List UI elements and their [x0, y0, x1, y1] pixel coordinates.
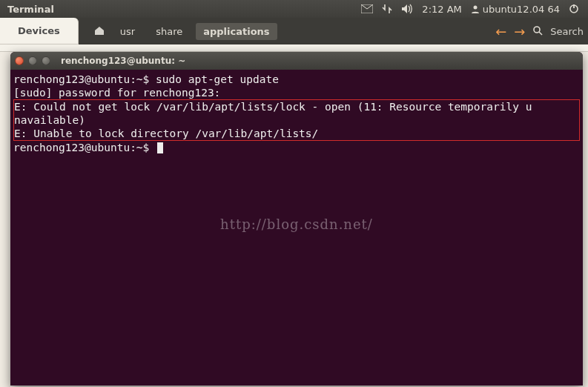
devices-tab[interactable]: Devices [0, 18, 79, 44]
crumb-share[interactable]: share [148, 23, 190, 40]
top-panel: Terminal 2:12 AM ubuntu12.04 64 [0, 0, 588, 18]
terminal-body[interactable]: renchong123@ubuntu:~$ sudo apt-get updat… [10, 70, 583, 386]
network-icon[interactable] [382, 4, 392, 14]
volume-icon[interactable] [401, 4, 413, 14]
window-close-button[interactable] [15, 56, 24, 65]
terminal-line: renchong123@ubuntu:~$ sudo apt-get updat… [13, 73, 580, 86]
terminal-error-line: E: Unable to lock directory /var/lib/apt… [14, 127, 579, 140]
search-icon[interactable] [532, 25, 543, 38]
terminal-error-line: E: Could not get lock /var/lib/apt/lists… [14, 100, 579, 113]
svg-point-2 [534, 27, 540, 33]
user-menu[interactable]: ubuntu12.04 64 [471, 4, 560, 15]
svg-point-0 [473, 6, 477, 10]
file-manager-body-peek [0, 44, 588, 52]
search-label[interactable]: Search [550, 26, 584, 37]
error-highlight-box: E: Could not get lock /var/lib/apt/lists… [13, 99, 580, 141]
power-icon[interactable] [569, 4, 579, 14]
crumb-applications[interactable]: applications [196, 23, 277, 40]
clock-text[interactable]: 2:12 AM [422, 4, 461, 15]
terminal-error-line: navailable) [14, 113, 579, 127]
file-manager-toolbar: Devices usr share applications ← → Searc… [0, 18, 588, 44]
mail-icon[interactable] [361, 4, 373, 13]
terminal-window: renchong123@ubuntu: ~ renchong123@ubuntu… [10, 52, 583, 386]
cursor [157, 142, 163, 153]
watermark-text: http://blog.csdn.net/ [10, 218, 583, 231]
home-icon[interactable] [93, 25, 105, 38]
nav-back-button[interactable]: ← [495, 24, 506, 39]
terminal-title: renchong123@ubuntu: ~ [61, 56, 185, 66]
window-minimize-button[interactable] [28, 56, 37, 65]
crumb-usr[interactable]: usr [113, 23, 142, 40]
window-maximize-button[interactable] [42, 56, 50, 65]
terminal-line: renchong123@ubuntu:~$ [13, 141, 580, 154]
prompt-text: renchong123@ubuntu:~$ [13, 142, 156, 153]
user-label: ubuntu12.04 64 [483, 4, 560, 15]
terminal-line: [sudo] password for renchong123: [13, 86, 580, 99]
nav-forward-button[interactable]: → [514, 24, 525, 39]
breadcrumb: usr share applications [93, 23, 277, 40]
active-app-name: Terminal [4, 4, 54, 15]
terminal-titlebar[interactable]: renchong123@ubuntu: ~ [10, 52, 583, 70]
